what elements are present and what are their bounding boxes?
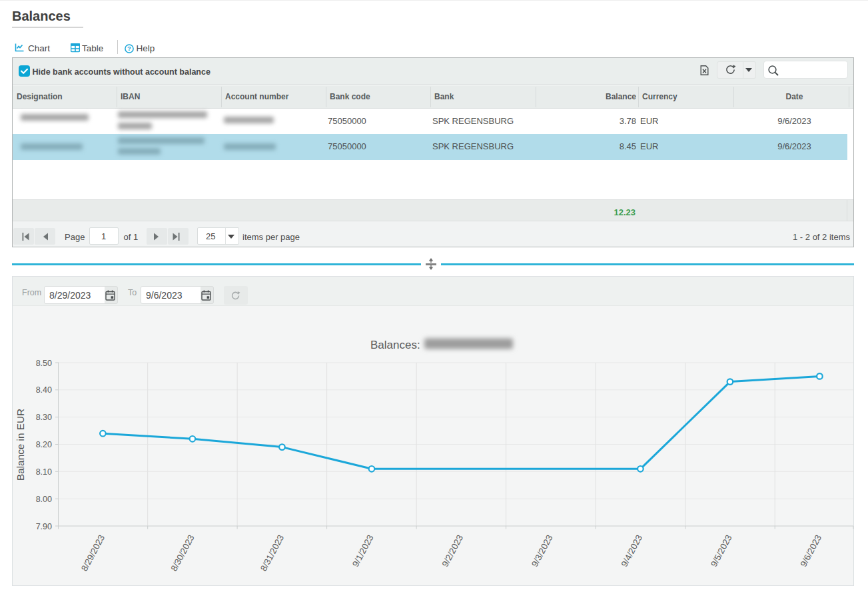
svg-text:?: ? (127, 45, 131, 52)
